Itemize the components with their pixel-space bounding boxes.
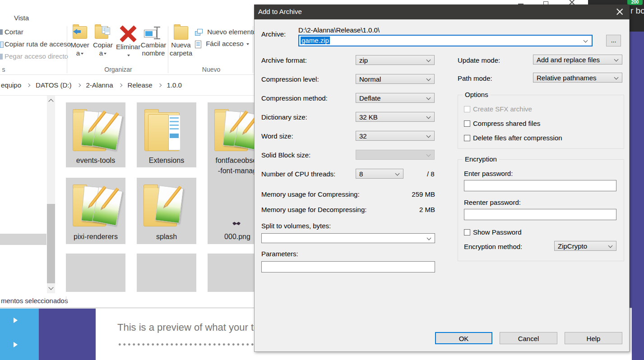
group-label-clipboard: s (0, 66, 7, 73)
rename-icon (144, 26, 163, 40)
cancel-button[interactable]: Cancel (500, 332, 557, 344)
path-mode-select[interactable]: Relative pathnames (533, 73, 622, 83)
move-to-button[interactable]: Mover a (69, 26, 91, 57)
breadcrumb-item[interactable]: equipo (1, 81, 21, 89)
scroll-up-icon[interactable] (48, 99, 53, 104)
browse-button[interactable]: ... (606, 35, 621, 46)
options-groupbox: Options Create SFX archive Compress shar… (458, 95, 624, 149)
compression-method-select[interactable]: Deflate (356, 93, 435, 103)
reenter-password-label: Reenter password: (464, 198, 521, 206)
file-tile-splash[interactable]: splash (137, 178, 196, 244)
dialog-title: Add to Archive (258, 8, 302, 15)
archive-format-select[interactable]: zip (356, 55, 435, 65)
checkbox-icon[interactable] (464, 229, 470, 235)
breadcrumb-item[interactable]: 1.0.0 (167, 81, 182, 89)
paste-shortcut-icon (0, 54, 3, 60)
move-to-label: Mover (70, 41, 89, 49)
path-mode-label: Path mode: (458, 74, 492, 82)
dialog-close-button[interactable] (609, 5, 630, 19)
parameters-input[interactable] (261, 261, 435, 272)
close-icon (616, 9, 623, 15)
checkbox-icon[interactable] (464, 120, 470, 127)
reenter-password-input[interactable] (464, 209, 616, 220)
file-tile-pixi-renderers[interactable]: pixi-renderers (66, 178, 125, 244)
image-thumbnail-icon (232, 221, 241, 226)
show-password-checkbox-row[interactable]: Show Password (464, 228, 522, 236)
delete-icon (120, 26, 136, 42)
ribbon-item-cut[interactable]: Cortar (5, 28, 23, 36)
status-separator (66, 296, 66, 304)
delete-button[interactable]: Eliminar (116, 26, 140, 59)
cut-icon (0, 29, 3, 35)
easy-access-icon (195, 41, 201, 48)
enter-password-input[interactable] (464, 180, 616, 191)
tab-vista[interactable]: Vista (14, 14, 29, 22)
breadcrumb-item[interactable]: 2-Alanna (86, 81, 113, 89)
ok-button[interactable]: OK (435, 332, 492, 344)
split-volumes-combo[interactable] (261, 233, 435, 243)
split-volumes-label: Split to volumes, bytes: (261, 222, 331, 230)
rename-button[interactable]: Cambiar nombre (140, 26, 167, 57)
file-name: events-tools (66, 157, 125, 165)
compression-method-label: Compression method: (261, 94, 328, 102)
new-folder-icon (174, 26, 188, 40)
encryption-legend: Encryption (463, 155, 499, 163)
checkbox-icon[interactable] (464, 135, 470, 141)
copy-to-button[interactable]: Copiar a (92, 26, 114, 57)
solid-block-size-label: Solid Block size: (261, 151, 310, 159)
dictionary-size-select[interactable]: 32 KB (356, 112, 435, 122)
compression-level-label: Compression level: (261, 75, 319, 83)
enter-password-label: Enter password: (464, 170, 513, 177)
add-to-archive-dialog: Add to Archive Archive: D:\2-Alanna\Rele… (254, 5, 630, 352)
folder-icon (71, 181, 120, 230)
background-partial-text: r bod (630, 6, 644, 16)
archive-label: Archive: (261, 30, 286, 38)
checkbox-icon (464, 106, 470, 112)
encryption-groupbox: Encryption Enter password: Reenter passw… (458, 159, 624, 261)
update-mode-label: Update mode: (458, 56, 500, 64)
folder-icon (71, 106, 120, 155)
chevron-down-icon (104, 53, 107, 55)
rename-label: Cambiar (141, 41, 167, 49)
ribbon-item-copy-path[interactable]: Copiar ruta de acceso (5, 40, 71, 48)
selected-filename: game.zip (301, 37, 330, 44)
word-size-select[interactable]: 32 (356, 131, 435, 141)
file-tile-events-tools[interactable]: events-tools (66, 102, 125, 167)
play-arrow-icon[interactable] (14, 318, 18, 323)
delete-label: Eliminar (116, 43, 140, 51)
file-tile-partial[interactable] (137, 254, 196, 292)
encryption-method-select[interactable]: ZipCrypto (554, 241, 616, 251)
chevron-down-icon (81, 53, 83, 55)
compression-level-select[interactable]: Normal (356, 74, 435, 84)
help-button[interactable]: Help (565, 332, 622, 344)
new-folder-label: Nueva (171, 41, 190, 49)
breadcrumb-item[interactable]: DATOS (D:) (36, 81, 71, 89)
easy-access-label: Fácil acceso (206, 40, 243, 47)
new-item-button[interactable]: Nuevo elemento (195, 28, 262, 36)
status-badge: 200 (627, 0, 643, 5)
cpu-threads-label: Number of CPU threads: (261, 170, 335, 178)
vertical-scrollbar[interactable] (47, 96, 55, 293)
dialog-title-bar[interactable]: Add to Archive (254, 5, 630, 19)
easy-access-button[interactable]: Fácil acceso (195, 40, 249, 48)
breadcrumb-item[interactable]: Release (128, 81, 153, 89)
new-folder-button[interactable]: Nueva carpeta (169, 26, 193, 57)
chevron-down-icon (127, 55, 130, 56)
move-to-icon (72, 26, 88, 40)
archive-path: D:\2-Alanna\Release\1.0.0\ (298, 26, 380, 34)
copy-to-label: Copiar (93, 41, 113, 49)
create-sfx-checkbox-row: Create SFX archive (464, 105, 532, 113)
archive-name-input[interactable]: game.zip (298, 35, 593, 46)
cpu-threads-select[interactable]: 8 (356, 169, 403, 179)
file-tile-extensions[interactable]: Extensions (137, 102, 196, 167)
update-mode-select[interactable]: Add and replace files (533, 55, 622, 65)
compress-shared-checkbox-row[interactable]: Compress shared files (464, 120, 540, 127)
folder-icon (142, 106, 191, 155)
delete-after-checkbox-row[interactable]: Delete files after compression (464, 134, 562, 142)
scroll-down-icon[interactable] (48, 285, 53, 290)
file-tile-partial[interactable] (66, 254, 125, 292)
parameters-label: Parameters: (261, 250, 298, 258)
new-item-icon (195, 29, 203, 36)
scrollbar-thumb[interactable] (47, 204, 55, 283)
play-arrow-icon[interactable] (14, 342, 18, 347)
